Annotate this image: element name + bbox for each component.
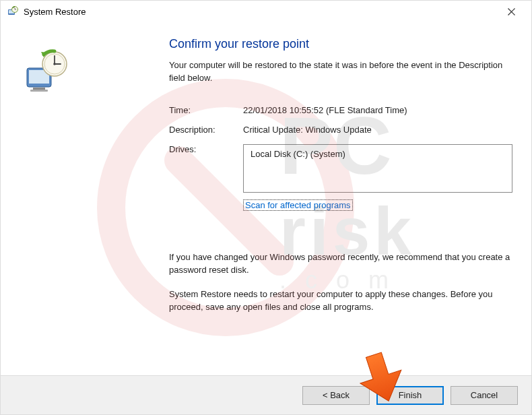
back-button[interactable]: < Back [302,386,370,405]
page-heading: Confirm your restore point [169,37,512,51]
system-restore-icon [7,6,18,17]
titlebar-left: System Restore [7,6,86,17]
drives-listbox[interactable]: Local Disk (C:) (System) [243,144,512,193]
drives-label: Drives: [169,144,243,193]
password-warning-text: If you have changed your Windows passwor… [169,251,512,277]
time-label: Time: [169,105,243,115]
scan-link-row: Scan for affected programs [169,199,512,211]
finish-button[interactable]: Finish [376,386,444,405]
description-value: Critical Update: Windows Update [243,125,512,135]
restore-point-illustration-icon [24,49,67,93]
content-area: Confirm your restore point Your computer… [1,22,531,362]
svg-rect-10 [33,88,45,90]
page-subtext: Your computer will be restored to the st… [169,59,512,85]
scan-affected-programs-link[interactable]: Scan for affected programs [243,199,353,211]
time-value: 22/01/2018 10:55:52 (FLE Standard Time) [243,105,512,115]
time-row: Time: 22/01/2018 10:55:52 (FLE Standard … [169,105,512,115]
drives-row: Drives: Local Disk (C:) (System) [169,144,512,193]
titlebar: System Restore [1,1,531,22]
window-title: System Restore [24,7,86,17]
restart-warning-text: System Restore needs to restart your com… [169,288,512,314]
svg-rect-11 [30,90,48,92]
close-button[interactable] [496,2,526,21]
description-label: Description: [169,125,243,135]
description-row: Description: Critical Update: Windows Up… [169,125,512,135]
system-restore-dialog: PC risk .com System Restore [0,0,532,415]
svg-point-16 [53,63,56,65]
drives-item[interactable]: Local Disk (C:) (System) [251,149,505,159]
footer-button-bar: < Back Finish Cancel [1,375,531,414]
sidebar [14,37,166,356]
cancel-button[interactable]: Cancel [451,386,518,405]
main-panel: Confirm your restore point Your computer… [166,37,512,356]
